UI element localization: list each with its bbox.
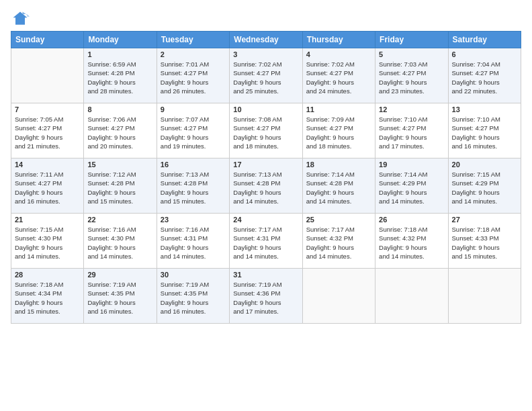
day-info: Sunrise: 7:19 AMSunset: 4:35 PMDaylight:… [161, 280, 226, 316]
calendar-header-monday: Monday [84, 32, 157, 48]
calendar-week-row: 7Sunrise: 7:05 AMSunset: 4:27 PMDaylight… [11, 103, 521, 158]
calendar-header-row: SundayMondayTuesdayWednesdayThursdayFrid… [11, 32, 521, 48]
day-info: Sunrise: 7:05 AMSunset: 4:27 PMDaylight:… [15, 115, 80, 150]
day-info: Sunrise: 7:04 AMSunset: 4:27 PMDaylight:… [452, 60, 517, 95]
calendar-cell: 26Sunrise: 7:18 AMSunset: 4:32 PMDayligh… [375, 214, 448, 269]
calendar-cell: 15Sunrise: 7:12 AMSunset: 4:28 PMDayligh… [84, 158, 157, 214]
calendar-cell: 21Sunrise: 7:15 AMSunset: 4:30 PMDayligh… [11, 214, 84, 269]
calendar-cell: 4Sunrise: 7:02 AMSunset: 4:27 PMDaylight… [302, 48, 375, 103]
calendar-cell: 19Sunrise: 7:14 AMSunset: 4:29 PMDayligh… [375, 158, 448, 214]
calendar-week-row: 21Sunrise: 7:15 AMSunset: 4:30 PMDayligh… [11, 214, 521, 269]
calendar-cell: 24Sunrise: 7:17 AMSunset: 4:31 PMDayligh… [230, 214, 302, 269]
day-number: 15 [87, 161, 152, 169]
day-info: Sunrise: 7:17 AMSunset: 4:32 PMDaylight:… [306, 225, 371, 261]
calendar-cell: 10Sunrise: 7:08 AMSunset: 4:27 PMDayligh… [230, 103, 302, 158]
calendar-header-wednesday: Wednesday [230, 32, 302, 48]
calendar-cell: 31Sunrise: 7:19 AMSunset: 4:36 PMDayligh… [230, 269, 302, 324]
day-info: Sunrise: 7:19 AMSunset: 4:35 PMDaylight:… [87, 280, 152, 316]
calendar-cell: 20Sunrise: 7:15 AMSunset: 4:29 PMDayligh… [448, 158, 521, 214]
day-number: 3 [233, 50, 298, 58]
calendar-cell: 14Sunrise: 7:11 AMSunset: 4:27 PMDayligh… [11, 158, 84, 214]
day-info: Sunrise: 7:19 AMSunset: 4:36 PMDaylight:… [233, 280, 298, 316]
day-info: Sunrise: 7:06 AMSunset: 4:27 PMDaylight:… [87, 115, 152, 150]
day-info: Sunrise: 7:03 AMSunset: 4:27 PMDaylight:… [379, 60, 444, 95]
day-number: 9 [161, 105, 226, 113]
day-info: Sunrise: 7:01 AMSunset: 4:27 PMDaylight:… [161, 60, 226, 95]
calendar-week-row: 14Sunrise: 7:11 AMSunset: 4:27 PMDayligh… [11, 158, 521, 214]
calendar-cell: 22Sunrise: 7:16 AMSunset: 4:30 PMDayligh… [84, 214, 157, 269]
page-container: SundayMondayTuesdayWednesdayThursdayFrid… [0, 0, 532, 411]
calendar-cell: 11Sunrise: 7:09 AMSunset: 4:27 PMDayligh… [302, 103, 375, 158]
day-number: 25 [306, 216, 371, 224]
day-number: 29 [87, 271, 152, 279]
calendar-cell [11, 48, 84, 103]
day-number: 13 [452, 105, 517, 113]
day-info: Sunrise: 7:18 AMSunset: 4:34 PMDaylight:… [15, 280, 80, 316]
calendar-cell [448, 269, 521, 324]
day-number: 6 [452, 50, 517, 58]
day-info: Sunrise: 7:10 AMSunset: 4:27 PMDaylight:… [379, 115, 444, 150]
day-number: 5 [379, 50, 444, 58]
day-number: 30 [161, 271, 226, 279]
day-info: Sunrise: 7:17 AMSunset: 4:31 PMDaylight:… [233, 225, 298, 261]
calendar-cell: 28Sunrise: 7:18 AMSunset: 4:34 PMDayligh… [11, 269, 84, 324]
calendar-cell: 6Sunrise: 7:04 AMSunset: 4:27 PMDaylight… [448, 48, 521, 103]
day-number: 22 [87, 216, 152, 224]
calendar-cell: 16Sunrise: 7:13 AMSunset: 4:28 PMDayligh… [157, 158, 229, 214]
calendar-week-row: 1Sunrise: 6:59 AMSunset: 4:28 PMDaylight… [11, 48, 521, 103]
calendar-cell: 25Sunrise: 7:17 AMSunset: 4:32 PMDayligh… [302, 214, 375, 269]
day-number: 10 [233, 105, 298, 113]
day-info: Sunrise: 7:16 AMSunset: 4:30 PMDaylight:… [87, 225, 152, 261]
calendar-cell [302, 269, 375, 324]
day-info: Sunrise: 7:16 AMSunset: 4:31 PMDaylight:… [161, 225, 226, 261]
day-info: Sunrise: 7:08 AMSunset: 4:27 PMDaylight:… [233, 115, 298, 150]
calendar-cell: 9Sunrise: 7:07 AMSunset: 4:27 PMDaylight… [157, 103, 229, 158]
day-info: Sunrise: 7:02 AMSunset: 4:27 PMDaylight:… [233, 60, 298, 95]
day-number: 11 [306, 105, 371, 113]
calendar-header-sunday: Sunday [11, 32, 84, 48]
calendar-cell: 17Sunrise: 7:13 AMSunset: 4:28 PMDayligh… [230, 158, 302, 214]
calendar-cell [375, 269, 448, 324]
day-number: 14 [15, 161, 80, 169]
day-info: Sunrise: 7:15 AMSunset: 4:29 PMDaylight:… [452, 170, 517, 205]
day-info: Sunrise: 7:10 AMSunset: 4:27 PMDaylight:… [452, 115, 517, 150]
calendar-cell: 12Sunrise: 7:10 AMSunset: 4:27 PMDayligh… [375, 103, 448, 158]
day-number: 28 [15, 271, 80, 279]
day-number: 21 [15, 216, 80, 224]
calendar-cell: 23Sunrise: 7:16 AMSunset: 4:31 PMDayligh… [157, 214, 229, 269]
day-number: 7 [15, 105, 80, 113]
calendar-cell: 18Sunrise: 7:14 AMSunset: 4:28 PMDayligh… [302, 158, 375, 214]
day-info: Sunrise: 7:18 AMSunset: 4:33 PMDaylight:… [452, 225, 517, 261]
calendar-cell: 1Sunrise: 6:59 AMSunset: 4:28 PMDaylight… [84, 48, 157, 103]
day-info: Sunrise: 7:14 AMSunset: 4:29 PMDaylight:… [379, 170, 444, 205]
calendar-cell: 27Sunrise: 7:18 AMSunset: 4:33 PMDayligh… [448, 214, 521, 269]
day-info: Sunrise: 7:11 AMSunset: 4:27 PMDaylight:… [15, 170, 80, 205]
day-number: 27 [452, 216, 517, 224]
day-number: 23 [161, 216, 226, 224]
header [11, 7, 521, 28]
calendar-cell: 8Sunrise: 7:06 AMSunset: 4:27 PMDaylight… [84, 103, 157, 158]
calendar-cell: 3Sunrise: 7:02 AMSunset: 4:27 PMDaylight… [230, 48, 302, 103]
calendar-week-row: 28Sunrise: 7:18 AMSunset: 4:34 PMDayligh… [11, 269, 521, 324]
day-info: Sunrise: 7:02 AMSunset: 4:27 PMDaylight:… [306, 60, 371, 95]
day-info: Sunrise: 6:59 AMSunset: 4:28 PMDaylight:… [87, 60, 152, 95]
day-number: 18 [306, 161, 371, 169]
calendar-cell: 2Sunrise: 7:01 AMSunset: 4:27 PMDaylight… [157, 48, 229, 103]
day-number: 26 [379, 216, 444, 224]
day-number: 19 [379, 161, 444, 169]
calendar-header-thursday: Thursday [302, 32, 375, 48]
logo-icon [11, 9, 30, 28]
calendar-header-friday: Friday [375, 32, 448, 48]
calendar-table: SundayMondayTuesdayWednesdayThursdayFrid… [11, 31, 521, 324]
calendar-cell: 7Sunrise: 7:05 AMSunset: 4:27 PMDaylight… [11, 103, 84, 158]
calendar-cell: 5Sunrise: 7:03 AMSunset: 4:27 PMDaylight… [375, 48, 448, 103]
calendar-cell: 29Sunrise: 7:19 AMSunset: 4:35 PMDayligh… [84, 269, 157, 324]
day-number: 12 [379, 105, 444, 113]
calendar-header-saturday: Saturday [448, 32, 521, 48]
day-info: Sunrise: 7:09 AMSunset: 4:27 PMDaylight:… [306, 115, 371, 150]
day-info: Sunrise: 7:13 AMSunset: 4:28 PMDaylight:… [233, 170, 298, 205]
day-number: 4 [306, 50, 371, 58]
day-number: 8 [87, 105, 152, 113]
day-number: 16 [161, 161, 226, 169]
logo [11, 9, 31, 28]
